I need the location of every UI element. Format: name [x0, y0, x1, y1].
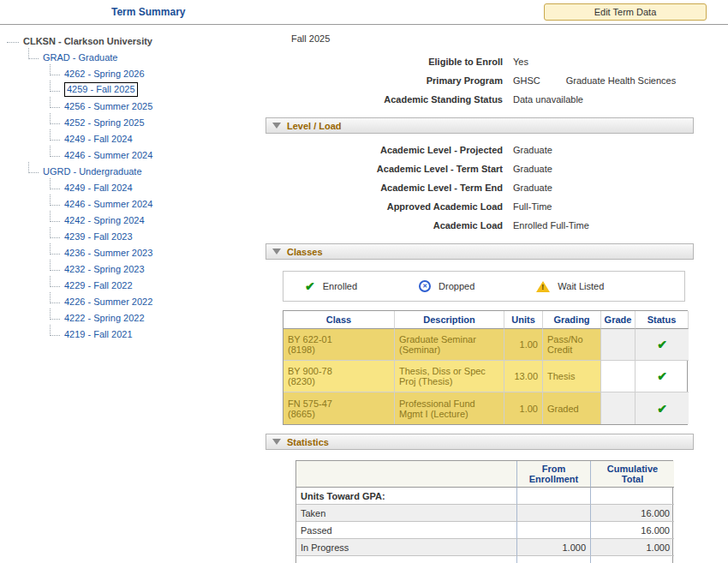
tree-item[interactable]: 4239 - Fall 2023 — [50, 227, 266, 243]
tree-item[interactable]: 4219 - Fall 2021 — [50, 325, 266, 341]
status-cell — [636, 361, 689, 392]
legend-label: Dropped — [439, 281, 474, 291]
tree-item-label[interactable]: UGRD - Undergraduate — [43, 165, 142, 178]
check-icon — [305, 279, 315, 293]
class-row: BY 622-01 (8198) Graduate Seminar (Semin… — [283, 329, 687, 361]
tree-branch-icon — [50, 81, 60, 92]
tree-item[interactable]: 4256 - Summer 2025 — [50, 97, 266, 113]
tree-item-label[interactable]: 4226 - Summer 2022 — [64, 296, 152, 308]
tree-item-label[interactable]: 4229 - Fall 2022 — [64, 279, 133, 292]
field-row: Academic Standing Status Data unavailabl… — [266, 90, 694, 109]
tree-item[interactable]: UGRD - Undergraduate — [28, 162, 266, 178]
tree-item-label[interactable]: 4246 - Summer 2024 — [64, 198, 152, 211]
classes-table-header: Class Description Units Grading Grade St… — [283, 311, 687, 329]
tree-item[interactable]: CLKSN - Clarkson University — [7, 32, 266, 48]
tree-item[interactable]: 4252 - Spring 2025 — [50, 113, 266, 129]
classes-table: Class Description Units Grading Grade St… — [283, 310, 688, 425]
section-statistics[interactable]: Statistics — [266, 434, 694, 450]
tree-item[interactable]: 4246 - Summer 2024 — [50, 146, 266, 162]
units-cell: 1.00 — [504, 329, 543, 361]
tree-item-label[interactable]: 4236 - Summer 2023 — [64, 247, 152, 260]
column-header: Grading — [543, 311, 601, 329]
tree-item-label[interactable]: 4249 - Fall 2024 — [64, 182, 133, 195]
enrolled-icon — [657, 338, 667, 351]
grading-cell: Pass/No Credit — [543, 329, 601, 361]
edit-term-data-button[interactable]: Edit Term Data — [544, 3, 707, 21]
section-level-load[interactable]: Level / Load — [266, 117, 694, 134]
tree-item-label[interactable]: 4256 - Summer 2025 — [64, 100, 152, 113]
tree-branch-icon — [50, 260, 60, 271]
term-summary-page: Term Summary Edit Term Data CLKSN - Clar… — [0, 0, 728, 563]
tree-item-label[interactable]: 4259 - Fall 2025 — [64, 82, 138, 97]
tree-item-label[interactable]: 4252 - Spring 2025 — [64, 117, 145, 129]
description-cell: Thesis, Diss or Spec Proj (Thesis) — [395, 361, 504, 392]
tree-item-label[interactable]: 4219 - Fall 2021 — [64, 328, 133, 341]
tree-item[interactable]: 4232 - Spring 2023 — [50, 260, 266, 276]
section-title: Statistics — [287, 437, 329, 447]
content: CLKSN - Clarkson University GRAD - Gradu… — [0, 25, 728, 563]
class-cell: FN 575-47 (8665) — [283, 392, 395, 424]
field-label: Primary Program — [266, 75, 503, 86]
field-label: Academic Standing Status — [266, 94, 503, 105]
field-label: Academic Level - Term End — [266, 183, 503, 193]
stat-cumulative-total: 1.000 — [590, 539, 674, 556]
tree-branch-icon — [7, 32, 19, 43]
field-label: Academic Level - Term Start — [266, 164, 503, 174]
grading-cell: Graded — [543, 392, 601, 424]
tree-item-label[interactable]: 4246 - Summer 2024 — [64, 149, 152, 162]
tree-branch-icon — [50, 292, 60, 303]
grade-cell — [601, 392, 636, 424]
tree-item[interactable]: 4226 - Summer 2022 — [50, 292, 266, 308]
tree-item-label[interactable]: 4222 - Spring 2022 — [64, 312, 145, 325]
collapse-arrow-icon — [272, 123, 281, 129]
tree-item-label[interactable]: 4242 - Spring 2024 — [64, 214, 145, 227]
tree-branch-icon — [50, 146, 60, 157]
tree-item[interactable]: 4222 - Spring 2022 — [50, 308, 266, 325]
field-label: Academic Level - Projected — [266, 145, 503, 155]
tree-item-label[interactable]: 4249 - Fall 2024 — [64, 133, 133, 146]
stat-label: Passed — [296, 522, 516, 539]
tree-branch-icon — [50, 113, 60, 124]
section-title: Classes — [287, 247, 323, 257]
term-tree: CLKSN - Clarkson University GRAD - Gradu… — [0, 25, 266, 341]
field-value: Data unavailable — [513, 94, 583, 105]
tree-item-label[interactable]: CLKSN - Clarkson University — [23, 35, 152, 48]
legend-item: Enrolled — [305, 279, 357, 293]
tree-item-label[interactable]: GRAD - Graduate — [43, 51, 117, 64]
tree-item-label[interactable]: 4262 - Spring 2026 — [64, 68, 145, 81]
tree-branch-icon — [28, 162, 39, 173]
tree-item[interactable]: 4249 - Fall 2024 — [50, 129, 266, 146]
tree-item-label[interactable]: 4239 - Fall 2023 — [64, 231, 133, 243]
tree-branch-icon — [50, 211, 60, 222]
tree-item[interactable]: 4259 - Fall 2025 — [50, 81, 266, 97]
grade-cell — [601, 361, 636, 392]
dropped-icon — [419, 280, 431, 292]
tree-item[interactable]: 4242 - Spring 2024 — [50, 211, 266, 227]
grading-cell: Thesis — [543, 361, 601, 392]
column-header: From Enrollment — [516, 461, 590, 488]
stat-cumulative-total — [590, 488, 674, 505]
section-classes[interactable]: Classes — [266, 243, 694, 260]
tree-item[interactable]: 4236 - Summer 2023 — [50, 243, 266, 260]
units-cell: 1.00 — [504, 392, 543, 424]
collapse-arrow-icon — [272, 249, 281, 255]
field-value-description: Graduate Health Sciences — [566, 75, 676, 86]
enrolled-icon — [657, 369, 667, 383]
description-cell: Professional Fund Mgmt I (Lecture) — [395, 392, 504, 424]
tree-item[interactable]: 4246 - Summer 2024 — [50, 195, 266, 211]
stat-cumulative-total: 16.000 — [590, 522, 674, 539]
statistics-row: In Progress 1.000 1.000 — [296, 539, 672, 556]
stat-label: Taken — [296, 505, 516, 522]
tree-item[interactable]: 4229 - Fall 2022 — [50, 276, 266, 292]
section-title: Level / Load — [287, 121, 342, 131]
tree-branch-icon — [50, 227, 60, 238]
tree-item[interactable]: 4262 - Spring 2026 — [50, 64, 266, 81]
field-value: Enrolled Full-Time — [513, 220, 589, 231]
summary-fields: Eligible to Enroll Yes Primary Program G… — [266, 52, 694, 109]
tree-branch-icon — [50, 129, 60, 141]
tree-item[interactable]: GRAD - Graduate — [28, 48, 266, 64]
tree-item-label[interactable]: 4232 - Spring 2023 — [64, 263, 145, 276]
tree-item[interactable]: 4249 - Fall 2024 — [50, 178, 266, 195]
tree-branch-icon — [50, 325, 60, 336]
column-header: Class — [283, 311, 395, 329]
